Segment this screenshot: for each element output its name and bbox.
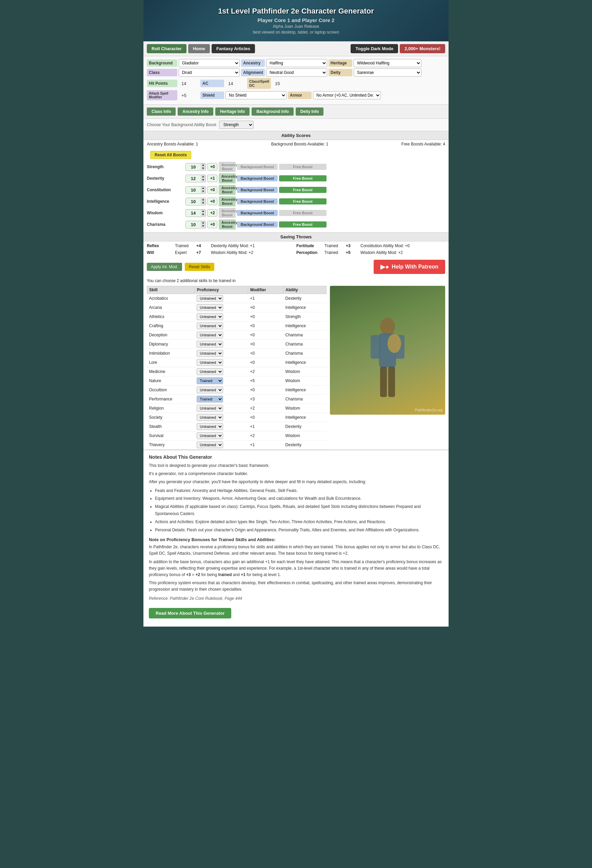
score-down-button[interactable]: ▼ (201, 190, 205, 193)
shield-select[interactable]: No Shield (226, 91, 286, 99)
skill-proficiency-select[interactable]: UntrainedTrained (197, 396, 223, 403)
ability-row: Dexterity12▲▼+1Ancestry BoostBackground … (147, 173, 445, 183)
ancestry-boost-button[interactable]: Ancestry Boost (219, 162, 236, 172)
heritage-info-button[interactable]: Heritage Info (215, 108, 249, 116)
skill-modifier: +2 (248, 431, 283, 440)
alignment-select[interactable]: Neutral Good (266, 68, 327, 77)
skill-proficiency-select[interactable]: UntrainedTrained (197, 350, 223, 357)
score-down-button[interactable]: ▼ (201, 224, 205, 228)
reset-all-boosts-button[interactable]: Reset All Boosts (150, 151, 191, 159)
skill-proficiency-select[interactable]: UntrainedTrained (197, 295, 223, 302)
skill-proficiency-select[interactable]: UntrainedTrained (197, 441, 223, 448)
ability-score-arrows[interactable]: ▲▼ (201, 164, 205, 170)
apply-int-mod-button[interactable]: Apply Int. Mod. (147, 263, 182, 271)
armor-select[interactable]: No Armor (+0 AC, Unlimited Dex Cap) (313, 91, 381, 99)
free-boost-button[interactable]: Free Boost (279, 187, 326, 193)
ancestry-boost-button[interactable]: Ancestry Boost (219, 208, 236, 218)
skill-proficiency-select[interactable]: UntrainedTrained (197, 423, 223, 430)
ability-row: Wisdom14▲▼+2Ancestry BoostBackground Boo… (147, 208, 445, 218)
skill-proficiency-select[interactable]: UntrainedTrained (197, 322, 223, 329)
skill-ability: Wisdom (283, 431, 326, 440)
skill-proficiency-select[interactable]: UntrainedTrained (197, 368, 223, 375)
skill-proficiency-select[interactable]: UntrainedTrained (197, 387, 223, 393)
free-boost-button[interactable]: Free Boost (279, 175, 326, 182)
background-boost-button[interactable]: Background Boost (237, 210, 278, 216)
background-select[interactable]: Gladiator (179, 59, 240, 67)
skill-proficiency-cell[interactable]: UntrainedTrained (195, 312, 248, 322)
score-down-button[interactable]: ▼ (201, 201, 205, 205)
free-boost-button[interactable]: Free Boost (279, 221, 326, 227)
skill-proficiency-cell[interactable]: UntrainedTrained (195, 331, 248, 340)
score-up-button[interactable]: ▲ (201, 210, 205, 213)
background-boost-button[interactable]: Background Boost (237, 221, 278, 227)
score-up-button[interactable]: ▲ (201, 221, 205, 224)
ability-score-arrows[interactable]: ▲▼ (201, 221, 205, 228)
background-boost-button[interactable]: Background Boost (237, 175, 278, 182)
skill-proficiency-cell[interactable]: UntrainedTrained (195, 422, 248, 431)
hp-value: 14 (179, 80, 199, 87)
deity-select[interactable]: Sarenrae (354, 68, 421, 77)
background-info-button[interactable]: Background Info (252, 108, 293, 116)
score-down-button[interactable]: ▼ (201, 179, 205, 182)
ancestry-select[interactable]: Halfling (266, 59, 327, 67)
skill-proficiency-select[interactable]: UntrainedTrained (197, 377, 223, 384)
background-ability-boost-select[interactable]: Strength Dexterity Constitution Intellig… (219, 121, 254, 129)
monsters-button[interactable]: 2,000+ Monsters! (400, 44, 445, 53)
skill-proficiency-cell[interactable]: UntrainedTrained (195, 358, 248, 367)
toggle-dark-button[interactable]: Toggle Dark Mode (351, 44, 398, 53)
ancestry-boost-button[interactable]: Ancestry Boost (219, 196, 236, 207)
skill-proficiency-cell[interactable]: UntrainedTrained (195, 303, 248, 312)
ancestry-boost-button[interactable]: Ancestry Boost (219, 185, 236, 195)
class-info-button[interactable]: Class Info (147, 108, 176, 116)
ancestry-boost-button[interactable]: Ancestry Boost (219, 219, 236, 230)
ability-score-arrows[interactable]: ▲▼ (201, 186, 205, 193)
skill-proficiency-select[interactable]: UntrainedTrained (197, 432, 223, 439)
skill-proficiency-cell[interactable]: UntrainedTrained (195, 413, 248, 422)
free-boost-button[interactable]: Free Boost (279, 198, 326, 204)
roll-character-button[interactable]: Roll Character (147, 44, 186, 53)
ability-row: Intelligence10▲▼+0Ancestry BoostBackgrou… (147, 196, 445, 207)
skill-proficiency-cell[interactable]: UntrainedTrained (195, 294, 248, 303)
ability-score-arrows[interactable]: ▲▼ (201, 210, 205, 216)
skill-proficiency-cell[interactable]: UntrainedTrained (195, 440, 248, 450)
background-boost-button[interactable]: Background Boost (237, 187, 278, 193)
class-select[interactable]: Druid (179, 68, 240, 77)
home-button[interactable]: Home (188, 44, 210, 53)
skill-proficiency-cell[interactable]: UntrainedTrained (195, 340, 248, 349)
score-up-button[interactable]: ▲ (201, 175, 205, 179)
skill-proficiency-cell[interactable]: UntrainedTrained (195, 349, 248, 358)
free-boost-button[interactable]: Free Boost (279, 164, 326, 170)
ancestry-info-button[interactable]: Ancestry Info (178, 108, 213, 116)
score-up-button[interactable]: ▲ (201, 164, 205, 167)
deity-info-button[interactable]: Deity Info (296, 108, 324, 116)
skill-proficiency-cell[interactable]: UntrainedTrained (195, 385, 248, 395)
skill-proficiency-cell[interactable]: UntrainedTrained (195, 395, 248, 404)
ability-score-arrows[interactable]: ▲▼ (201, 175, 205, 182)
skill-proficiency-select[interactable]: UntrainedTrained (197, 405, 223, 412)
background-boost-button[interactable]: Background Boost (237, 164, 278, 170)
skill-proficiency-select[interactable]: UntrainedTrained (197, 359, 223, 366)
skill-proficiency-cell[interactable]: UntrainedTrained (195, 367, 248, 376)
skill-proficiency-select[interactable]: UntrainedTrained (197, 313, 223, 320)
skill-proficiency-cell[interactable]: UntrainedTrained (195, 431, 248, 440)
skill-proficiency-select[interactable]: UntrainedTrained (197, 341, 223, 348)
skill-proficiency-cell[interactable]: UntrainedTrained (195, 322, 248, 331)
ancestry-boost-button[interactable]: Ancestry Boost (219, 173, 236, 183)
heritage-select[interactable]: Wildwood Halfling (354, 59, 421, 67)
score-up-button[interactable]: ▲ (201, 198, 205, 201)
score-down-button[interactable]: ▼ (201, 167, 205, 170)
reset-skills-button[interactable]: Reset Skills (185, 263, 214, 271)
free-boost-button[interactable]: Free Boost (279, 210, 326, 216)
patreon-button[interactable]: ▶● Help With Patreon (374, 260, 445, 274)
skill-proficiency-select[interactable]: UntrainedTrained (197, 304, 223, 311)
background-boost-button[interactable]: Background Boost (237, 198, 278, 204)
read-more-button[interactable]: Read More About This Generator (149, 608, 231, 619)
score-down-button[interactable]: ▼ (201, 213, 205, 216)
fantasy-articles-button[interactable]: Fantasy Articles (211, 44, 255, 53)
ability-score-arrows[interactable]: ▲▼ (201, 198, 205, 205)
skill-proficiency-cell[interactable]: UntrainedTrained (195, 404, 248, 413)
score-up-button[interactable]: ▲ (201, 186, 205, 190)
skill-proficiency-cell[interactable]: UntrainedTrained (195, 376, 248, 385)
skill-proficiency-select[interactable]: UntrainedTrained (197, 332, 223, 338)
skill-proficiency-select[interactable]: UntrainedTrained (197, 414, 223, 421)
